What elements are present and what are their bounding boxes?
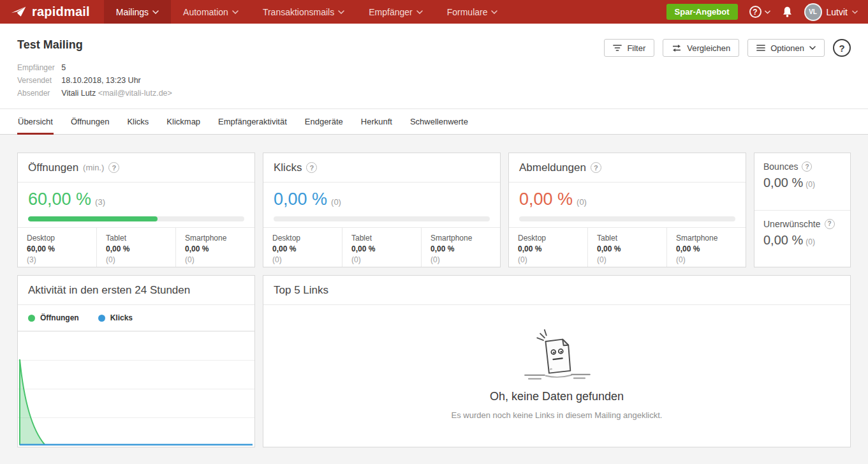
chevron-down-icon <box>152 10 159 14</box>
openings-card-body: 60,00 %(3) <box>18 183 254 227</box>
device-cell-desktop: Desktop 0,00 % (0) <box>263 228 342 267</box>
device-cell-desktop: Desktop 60,00 % (3) <box>18 228 96 267</box>
sad-paper-illustration-icon <box>520 327 594 386</box>
mailing-info: Test Mailing Empfänger 5 Versendet 18.10… <box>17 38 172 100</box>
unsubscribes-progress-track <box>519 216 735 221</box>
openings-card-header: Öffnungen (min.) ? <box>18 153 254 183</box>
tab-klickmap[interactable]: Klickmap <box>166 109 201 135</box>
clicks-progress-track <box>274 216 490 221</box>
unsubscribes-card-header: Abmeldungen ? <box>509 153 746 183</box>
page-help-button[interactable]: ? <box>833 39 851 57</box>
spam-value: 0,00 %(0) <box>763 233 841 248</box>
nav-item-formulare[interactable]: Formulare <box>435 0 510 24</box>
user-name: Lutvit <box>827 7 848 17</box>
tab-klicks[interactable]: Klicks <box>126 109 149 135</box>
rapidmail-logo[interactable]: rapidmail <box>0 0 104 24</box>
activity-card: Aktivität in den ersten 24 Stunden Öffnu… <box>17 275 255 447</box>
help-menu[interactable]: ? <box>749 6 770 18</box>
bounces-spam-card: Bounces ? 0,00 %(0) Unerwünschte ? 0,00 … <box>754 153 851 267</box>
top-navigation: rapidmail Mailings Automation Transaktio… <box>0 0 868 24</box>
help-icon[interactable]: ? <box>802 161 812 172</box>
help-icon[interactable]: ? <box>591 162 601 173</box>
unsubscribes-card-body: 0,00 %(0) <box>509 183 746 227</box>
legend-item-klicks[interactable]: Klicks <box>98 313 133 322</box>
device-cell-smartphone: Smartphone 0,00 % (0) <box>666 228 746 267</box>
bounces-title-row: Bounces ? <box>763 161 841 172</box>
charts-row: Aktivität in den ersten 24 Stunden Öffnu… <box>17 275 851 447</box>
help-icon[interactable]: ? <box>108 162 119 173</box>
tab-schwellenwerte[interactable]: Schwellenwerte <box>409 109 469 135</box>
mailing-meta: Empfänger 5 Versendet 18.10.2018, 13:23 … <box>17 61 172 100</box>
clicks-device-breakdown: Desktop 0,00 % (0) Tablet 0,00 % (0) Sma… <box>263 227 500 267</box>
device-cell-smartphone: Smartphone 0,00 % (0) <box>175 228 254 267</box>
bounces-value: 0,00 %(0) <box>763 176 841 190</box>
legend-item-oeffnungen[interactable]: Öffnungen <box>28 313 79 322</box>
compare-arrows-icon <box>672 44 682 52</box>
unsubscribes-count: (0) <box>577 197 587 207</box>
card-title: Klicks <box>274 161 302 174</box>
chevron-down-icon <box>765 10 770 14</box>
options-button[interactable]: Optionen <box>747 39 825 57</box>
help-icon[interactable]: ? <box>306 162 317 173</box>
tab-endgeraete[interactable]: Endgeräte <box>304 109 344 135</box>
chevron-down-icon <box>809 46 816 50</box>
clicks-value: 0,00 % <box>274 190 327 209</box>
sender-email: <mail@vitali-lutz.de> <box>98 89 172 98</box>
tab-oeffnungen[interactable]: Öffnungen <box>70 109 110 135</box>
brand-name: rapidmail <box>32 4 90 19</box>
filter-button[interactable]: Filter <box>604 39 654 57</box>
card-title: Öffnungen <box>28 161 78 174</box>
nav-item-mailings[interactable]: Mailings <box>104 0 171 24</box>
chevron-down-icon <box>491 10 497 14</box>
openings-progress-track <box>28 216 244 221</box>
bounces-box: Bounces ? 0,00 %(0) <box>754 153 850 210</box>
chevron-down-icon <box>416 10 423 14</box>
activity-card-header: Aktivität in den ersten 24 Stunden <box>18 276 254 305</box>
unsubscribes-value: 0,00 % <box>519 190 573 209</box>
openings-card: Öffnungen (min.) ? 60,00 %(3) Desktop 60… <box>17 153 255 267</box>
empty-state-title: Oh, keine Daten gefunden <box>490 390 624 403</box>
offer-button[interactable]: Spar-Angebot <box>666 4 738 20</box>
mailing-header: Test Mailing Empfänger 5 Versendet 18.10… <box>0 24 868 109</box>
compare-button[interactable]: Vergleichen <box>663 39 739 57</box>
openings-progress-fill <box>28 216 158 221</box>
tab-uebersicht[interactable]: Übersicht <box>17 109 54 135</box>
openings-count: (3) <box>95 197 105 207</box>
help-icon[interactable]: ? <box>825 219 835 229</box>
nav-item-automation[interactable]: Automation <box>171 0 251 24</box>
notifications-bell-icon[interactable] <box>782 6 793 18</box>
nav-item-transaktionsmails[interactable]: Transaktionsmails <box>251 0 357 24</box>
device-cell-tablet: Tablet 0,00 % (0) <box>587 228 666 267</box>
top-links-empty-state: Oh, keine Daten gefunden Es wurden noch … <box>263 305 850 447</box>
card-title: Top 5 Links <box>274 284 328 297</box>
openings-value: 60,00 % <box>28 190 91 209</box>
header-actions: Filter Vergleichen Optionen ? <box>596 39 851 57</box>
stats-row: Öffnungen (min.) ? 60,00 %(3) Desktop 60… <box>17 153 851 267</box>
nav-spacer <box>510 0 666 24</box>
help-icon: ? <box>749 6 761 18</box>
activity-area-chart[interactable] <box>18 331 254 447</box>
clicks-count: (0) <box>331 197 341 207</box>
activity-chart-svg <box>18 331 254 447</box>
top-links-card: Top 5 Links <box>263 275 851 447</box>
chevron-down-icon <box>338 10 344 14</box>
clicks-card-body: 0,00 %(0) <box>263 183 500 227</box>
device-cell-tablet: Tablet 0,00 % (0) <box>342 228 421 267</box>
empty-state-subtitle: Es wurden noch keine Links in diesem Mai… <box>452 410 663 420</box>
tab-empfaengeraktivitaet[interactable]: Empfängeraktivität <box>217 109 288 135</box>
avatar: VL <box>804 3 822 21</box>
meta-sender: Absender Vitali Lutz <mail@vitali-lutz.d… <box>17 87 172 100</box>
card-title: Aktivität in den ersten 24 Stunden <box>28 284 190 297</box>
tab-herkunft[interactable]: Herkunft <box>360 109 393 135</box>
clicks-card: Klicks ? 0,00 %(0) Desktop 0,00 % (0) Ta… <box>263 153 501 267</box>
clicks-card-header: Klicks ? <box>263 153 500 183</box>
user-menu[interactable]: VL Lutvit <box>804 3 858 21</box>
nav-item-empfaenger[interactable]: Empfänger <box>357 0 434 24</box>
top-links-card-header: Top 5 Links <box>263 276 850 305</box>
meta-recipients: Empfänger 5 <box>17 61 172 74</box>
nav-right-controls: Spar-Angebot ? VL Lutvit <box>666 0 868 24</box>
card-title-suffix: (min.) <box>83 163 104 172</box>
device-cell-desktop: Desktop 0,00 % (0) <box>509 228 587 267</box>
spam-title-row: Unerwünschte ? <box>763 219 841 229</box>
report-tabs: Übersicht Öffnungen Klicks Klickmap Empf… <box>0 109 868 135</box>
